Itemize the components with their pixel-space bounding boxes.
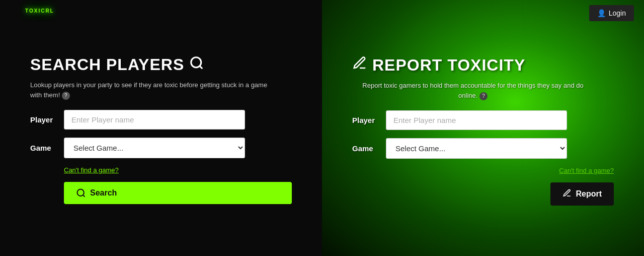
svg-point-0 (191, 57, 201, 68)
search-game-label: Game (30, 144, 58, 152)
report-title-text: REPORT TOXICITY (372, 56, 525, 75)
login-button-label: Login (609, 9, 626, 17)
svg-line-3 (83, 195, 85, 197)
report-cant-find-link[interactable]: Can't find a game? (352, 167, 614, 174)
report-player-row: Player (352, 110, 614, 130)
report-button-icon (562, 188, 572, 200)
logo: TOXICRL (25, 5, 54, 21)
search-section-title: SEARCH PLAYERS (30, 55, 292, 74)
search-game-select[interactable]: Select Game... Rocket League Valorant Le… (64, 138, 245, 158)
svg-point-2 (77, 189, 84, 196)
search-description: Lookup players in your party to see if t… (30, 80, 272, 100)
search-section-icon (189, 55, 204, 74)
search-button[interactable]: Search (64, 182, 292, 204)
report-game-select[interactable]: Select Game... Rocket League Valorant Le… (386, 138, 567, 159)
logo-text: TOXIC (25, 8, 45, 14)
search-help-icon[interactable]: ? (62, 92, 70, 100)
search-player-input[interactable] (64, 110, 245, 130)
report-button[interactable]: Report (550, 182, 614, 206)
search-cant-find-link[interactable]: Can't find a game? (64, 166, 292, 174)
search-title-text: SEARCH PLAYERS (30, 55, 184, 74)
report-title-icon (352, 55, 367, 75)
report-player-label: Player (352, 116, 380, 124)
search-player-label: Player (30, 115, 58, 124)
svg-line-1 (200, 66, 202, 69)
login-person-icon: 👤 (597, 9, 606, 17)
search-button-label: Search (90, 188, 117, 198)
report-button-label: Report (576, 189, 602, 199)
login-button[interactable]: 👤 Login (589, 5, 634, 21)
right-panel: 👤 Login REPORT TOXICITY Report toxic gam… (322, 0, 644, 256)
search-game-row: Game Select Game... Rocket League Valora… (30, 138, 292, 158)
search-player-row: Player (30, 110, 292, 130)
report-description: Report toxic gamers to hold them account… (352, 81, 594, 100)
report-section-title: REPORT TOXICITY (352, 55, 614, 75)
search-button-icon (76, 188, 86, 198)
report-player-input[interactable] (386, 110, 567, 130)
logo-superscript: RL (45, 8, 54, 14)
report-game-label: Game (352, 144, 380, 153)
report-game-row: Game Select Game... Rocket League Valora… (352, 138, 614, 159)
left-panel: TOXICRL SEARCH PLAYERS Lookup players in… (0, 0, 322, 256)
report-help-icon[interactable]: ? (479, 92, 488, 100)
